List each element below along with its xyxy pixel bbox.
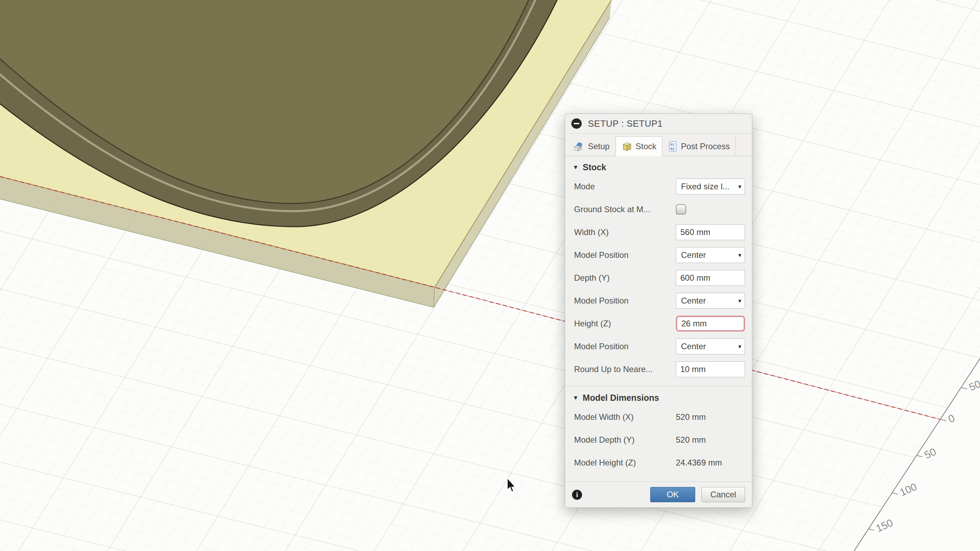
dialog-tabbar: Setup Stock G1 G2 Post Process (565, 134, 752, 156)
tab-setup-label: Setup (588, 142, 610, 151)
svg-text:G2: G2 (670, 147, 675, 151)
dialog-body: ▼ Stock Mode Fixed size l... ▾ Ground St… (565, 156, 752, 481)
chevron-down-icon: ▾ (738, 183, 741, 190)
model-depth-value: 520 mm (676, 435, 745, 445)
model-position-y-label: Model Position (574, 296, 676, 306)
dialog-title: SETUP : SETUP1 (588, 118, 663, 129)
tab-post-process-label: Post Process (681, 142, 730, 151)
tab-stock[interactable]: Stock (616, 136, 662, 156)
tab-stock-label: Stock (636, 142, 657, 151)
setup-dialog: SETUP : SETUP1 Setup Stock (565, 113, 752, 508)
tab-post-process[interactable]: G1 G2 Post Process (662, 136, 736, 156)
model-position-z-value: Center (681, 342, 706, 351)
row-model-position-z: Model Position Center ▾ (565, 335, 752, 358)
row-ground-stock: Ground Stock at M... (565, 198, 752, 221)
model-position-z-dropdown[interactable]: Center ▾ (676, 339, 745, 354)
row-depth-y: Depth (Y) (565, 266, 752, 289)
model-width-label: Model Width (X) (574, 412, 676, 422)
depth-y-input[interactable] (676, 270, 745, 286)
stock-section-title: Stock (583, 162, 606, 172)
svg-text:G1: G1 (670, 143, 675, 147)
row-width-x: Width (X) (565, 221, 752, 244)
chevron-down-icon: ▾ (738, 297, 741, 304)
model-height-label: Model Height (Z) (574, 458, 676, 468)
model-position-x-label: Model Position (574, 250, 676, 260)
chevron-down-icon: ▾ (738, 252, 741, 259)
section-caret-icon: ▼ (573, 395, 579, 401)
stock-tab-icon (622, 141, 632, 151)
model-width-value: 520 mm (676, 412, 745, 422)
mode-label: Mode (574, 182, 676, 191)
tab-setup[interactable]: Setup (567, 136, 616, 156)
model-position-z-label: Model Position (574, 342, 676, 351)
row-mode: Mode Fixed size l... ▾ (565, 175, 752, 198)
section-caret-icon: ▼ (573, 164, 579, 171)
height-z-input[interactable] (676, 316, 745, 331)
viewport-3d[interactable]: 50 0 50 100 150 (0, 0, 980, 551)
ground-stock-checkbox[interactable] (676, 204, 686, 215)
dialog-header[interactable]: SETUP : SETUP1 (565, 114, 752, 134)
depth-y-label: Depth (Y) (574, 273, 676, 283)
width-x-input[interactable] (676, 224, 745, 240)
model-dimensions-section-header[interactable]: ▼ Model Dimensions (565, 387, 752, 406)
post-process-tab-icon: G1 G2 (668, 141, 677, 152)
collapse-icon[interactable] (571, 118, 582, 129)
row-round-up: Round Up to Neare... (565, 358, 752, 381)
width-x-label: Width (X) (574, 228, 676, 237)
row-model-height: Model Height (Z) 24.4369 mm (565, 451, 752, 474)
round-up-input[interactable] (676, 361, 745, 377)
chevron-down-icon: ▾ (738, 343, 741, 350)
setup-tab-icon (573, 141, 584, 151)
model-position-y-value: Center (681, 296, 706, 306)
ok-button[interactable]: OK (650, 487, 695, 502)
dialog-footer: i OK Cancel (565, 481, 752, 507)
row-height-z: Height (Z) (565, 312, 752, 335)
cancel-button[interactable]: Cancel (702, 487, 745, 502)
row-model-width: Model Width (X) 520 mm (565, 406, 752, 428)
model-position-x-dropdown[interactable]: Center ▾ (676, 247, 745, 263)
model-dimensions-title: Model Dimensions (583, 393, 659, 403)
height-z-label: Height (Z) (574, 319, 676, 328)
info-icon[interactable]: i (572, 490, 582, 500)
model-height-value: 24.4369 mm (676, 458, 745, 468)
model-position-x-value: Center (681, 250, 706, 260)
round-up-label: Round Up to Neare... (574, 365, 676, 374)
ground-stock-label: Ground Stock at M... (574, 205, 676, 214)
row-model-position-x: Model Position Center ▾ (565, 244, 752, 266)
model-position-y-dropdown[interactable]: Center ▾ (676, 293, 745, 309)
stock-section-header[interactable]: ▼ Stock (565, 156, 752, 175)
mode-dropdown-value: Fixed size l... (681, 182, 729, 191)
model-depth-label: Model Depth (Y) (574, 435, 676, 445)
row-model-depth: Model Depth (Y) 520 mm (565, 428, 752, 451)
app-window: 50 0 50 100 150 SETUP : SETUP1 (0, 0, 980, 551)
row-model-position-y: Model Position Center ▾ (565, 289, 752, 312)
mode-dropdown[interactable]: Fixed size l... ▾ (676, 178, 745, 194)
